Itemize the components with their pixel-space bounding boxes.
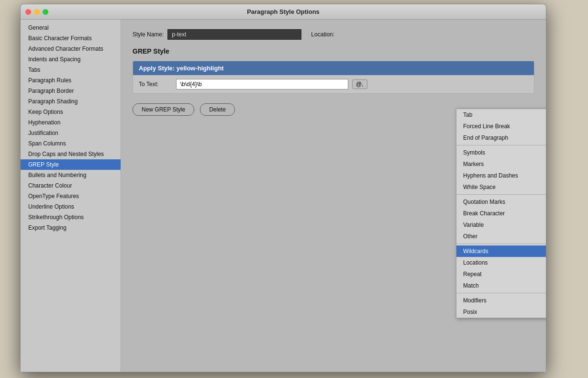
menu-item-hyphens-dashes-label: Hyphens and Dashes [463, 172, 518, 179]
menu-item-end-of-paragraph-label: End of Paragraph [463, 134, 508, 141]
sidebar-item-basic-char[interactable]: Basic Character Formats [21, 33, 121, 44]
menu-item-variable[interactable]: Variable ► [456, 219, 546, 231]
menu-item-white-space[interactable]: White Space ► [456, 181, 546, 193]
menu-item-markers[interactable]: Markers ► [456, 158, 546, 170]
sidebar-item-underline[interactable]: Underline Options [21, 201, 121, 212]
grep-panel: Apply Style: yellow-highlight To Text: @… [133, 61, 534, 94]
menu-item-forced-line-break[interactable]: Forced Line Break [456, 121, 546, 132]
menu-item-end-of-paragraph[interactable]: End of Paragraph [456, 132, 546, 144]
menu-item-quotation-marks-label: Quotation Marks [463, 199, 505, 205]
menu-item-other-label: Other [463, 233, 477, 240]
menu-item-break-character[interactable]: Break Character ► [456, 208, 546, 219]
sidebar-item-justification[interactable]: Justification [21, 128, 121, 138]
menu-item-symbols[interactable]: Symbols ► [456, 147, 546, 158]
sidebar-item-drop-caps[interactable]: Drop Caps and Nested Styles [21, 149, 121, 159]
sidebar-item-export-tagging[interactable]: Export Tagging [21, 222, 121, 233]
delete-button[interactable]: Delete [200, 103, 235, 116]
sidebar-item-tabs[interactable]: Tabs [21, 65, 121, 75]
menu-item-tab-label: Tab [463, 111, 472, 118]
maximize-button[interactable] [43, 9, 48, 15]
sidebar-item-para-border[interactable]: Paragraph Border [21, 86, 121, 96]
style-name-label: Style Name: [133, 31, 164, 38]
menu-item-symbols-label: Symbols [463, 149, 485, 156]
menu-item-hyphens-dashes[interactable]: Hyphens and Dashes ► [456, 170, 546, 181]
menu-item-break-character-label: Break Character [463, 210, 505, 217]
dialog-title: Paragraph Style Options [247, 8, 320, 15]
menu-item-tab[interactable]: Tab [456, 109, 546, 121]
menu-item-repeat-label: Repeat [463, 271, 482, 278]
dialog-window: Paragraph Style Options General Basic Ch… [20, 4, 546, 372]
sidebar-item-bullets[interactable]: Bullets and Numbering [21, 170, 121, 180]
menu-item-locations[interactable]: Locations ► [456, 257, 546, 268]
menu-item-posix-label: Posix [463, 309, 477, 315]
separator-3 [456, 244, 546, 244]
menu-item-posix[interactable]: Posix ► [456, 306, 546, 318]
top-fields: Style Name: Location: [133, 29, 534, 40]
dialog-titlebar: Paragraph Style Options [21, 4, 546, 20]
sidebar-item-opentype[interactable]: OpenType Features [21, 191, 121, 201]
separator-2 [456, 194, 546, 195]
grep-header: Apply Style: yellow-highlight [133, 61, 534, 75]
sidebar-item-hyphenation[interactable]: Hyphenation [21, 117, 121, 128]
location-label: Location: [311, 31, 334, 38]
sidebar: General Basic Character Formats Advanced… [21, 20, 121, 372]
menu-item-white-space-label: White Space [463, 184, 496, 190]
to-text-label: To Text: [139, 81, 172, 88]
style-name-row: Style Name: [133, 29, 301, 40]
sidebar-item-span-columns[interactable]: Span Columns [21, 138, 121, 149]
dialog-body: General Basic Character Formats Advanced… [21, 20, 546, 372]
grep-text-input[interactable] [176, 79, 348, 89]
menu-item-locations-label: Locations [463, 259, 488, 266]
menu-item-quotation-marks[interactable]: Quotation Marks ► [456, 196, 546, 208]
sidebar-item-para-rules[interactable]: Paragraph Rules [21, 75, 121, 86]
main-content: Style Name: Location: GREP Style Apply S… [121, 20, 546, 372]
close-button[interactable] [25, 9, 31, 15]
menu-item-other[interactable]: Other ► [456, 231, 546, 242]
sidebar-item-indents[interactable]: Indents and Spacing [21, 54, 121, 65]
sidebar-item-keep-options[interactable]: Keep Options [21, 107, 121, 117]
sidebar-item-para-shading[interactable]: Paragraph Shading [21, 96, 121, 107]
traffic-lights [25, 9, 48, 15]
menu-item-forced-line-break-label: Forced Line Break [463, 123, 510, 130]
menu-item-variable-label: Variable [463, 222, 484, 228]
minimize-button[interactable] [34, 9, 40, 15]
location-row: Location: [311, 31, 334, 38]
sidebar-item-char-colour[interactable]: Character Colour [21, 180, 121, 191]
menu-item-wildcards[interactable]: Wildcards ► [456, 245, 546, 257]
sidebar-item-general[interactable]: General [21, 22, 121, 33]
sidebar-item-strikethrough[interactable]: Strikethrough Options [21, 212, 121, 222]
menu-item-markers-label: Markers [463, 161, 484, 167]
section-title: GREP Style [133, 47, 534, 55]
sidebar-item-grep-style[interactable]: GREP Style [21, 159, 121, 170]
separator-4 [456, 293, 546, 293]
grep-text-row: To Text: @, [133, 75, 534, 93]
menu-item-match-label: Match [463, 282, 479, 289]
menu-item-match[interactable]: Match ► [456, 280, 546, 291]
sidebar-item-advanced-char[interactable]: Advanced Character Formats [21, 44, 121, 54]
menu-item-modifiers-label: Modifiers [463, 297, 487, 304]
style-name-input[interactable] [167, 29, 301, 40]
menu-item-modifiers[interactable]: Modifiers ► [456, 295, 546, 306]
separator-1 [456, 145, 546, 145]
dropdown-menu: Tab Forced Line Break End of Paragraph S… [456, 109, 546, 318]
menu-item-wildcards-label: Wildcards [463, 248, 488, 255]
grep-at-button[interactable]: @, [352, 79, 367, 89]
menu-item-repeat[interactable]: Repeat ► [456, 268, 546, 280]
new-grep-style-button[interactable]: New GREP Style [133, 103, 194, 116]
